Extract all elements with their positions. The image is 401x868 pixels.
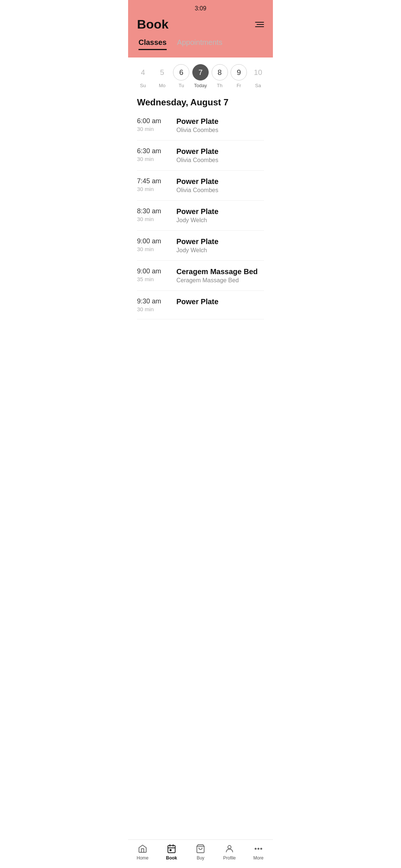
- day-number: 5: [154, 64, 170, 80]
- class-time: 9:00 am 30 min: [137, 237, 170, 252]
- calendar-day-4[interactable]: 4 Su: [134, 64, 152, 88]
- class-instructor: Olivia Coombes: [176, 127, 264, 134]
- class-time: 7:45 am 30 min: [137, 177, 170, 192]
- class-name: Power Plate: [176, 147, 264, 156]
- class-item[interactable]: 9:30 am 30 min Power Plate: [137, 291, 264, 319]
- date-heading: Wednesday, August 7: [128, 91, 273, 111]
- class-item[interactable]: 6:30 am 30 min Power Plate Olivia Coombe…: [137, 141, 264, 171]
- calendar-day-6[interactable]: 6 Tu: [172, 64, 190, 88]
- day-label: Tu: [179, 83, 184, 88]
- class-instructor: Ceragem Massage Bed: [176, 277, 264, 284]
- day-number: 7: [192, 64, 209, 80]
- class-instructor: Jody Welch: [176, 247, 264, 254]
- class-instructor: Olivia Coombes: [176, 157, 264, 164]
- header-row: Book: [137, 17, 264, 32]
- tab-appointments[interactable]: Appointments: [177, 38, 222, 50]
- class-instructor: Jody Welch: [176, 217, 264, 224]
- class-name: Power Plate: [176, 117, 264, 126]
- calendar-day-7[interactable]: 7 Today: [192, 64, 209, 88]
- header: 3:09 Book Classes Appointments: [128, 0, 273, 57]
- class-instructor: Olivia Coombes: [176, 187, 264, 194]
- status-bar: 3:09: [137, 0, 264, 15]
- class-name: Power Plate: [176, 297, 264, 306]
- page-title: Book: [137, 17, 169, 32]
- day-label: Today: [194, 83, 207, 88]
- class-name: Power Plate: [176, 237, 264, 246]
- class-info: Power Plate Olivia Coombes: [176, 177, 264, 194]
- calendar-day-5[interactable]: 5 Mo: [153, 64, 171, 88]
- calendar-day-10[interactable]: 10 Sa: [249, 64, 267, 88]
- time-value: 7:45 am: [137, 177, 161, 185]
- time-value: 6:30 am: [137, 147, 161, 155]
- calendar-strip: 4 Su 5 Mo 6 Tu 7 Today 8 Th 9 Fr 10 Sa: [128, 57, 273, 91]
- time-value: 6:00 am: [137, 117, 161, 125]
- class-item[interactable]: 6:00 am 30 min Power Plate Olivia Coombe…: [137, 111, 264, 141]
- day-label: Mo: [159, 83, 166, 88]
- day-label: Fr: [237, 83, 241, 88]
- day-number: 8: [212, 64, 228, 80]
- day-number: 10: [250, 64, 266, 80]
- day-label: Th: [217, 83, 222, 88]
- class-info: Power Plate Olivia Coombes: [176, 147, 264, 164]
- time-duration: 35 min: [137, 276, 154, 282]
- class-info: Power Plate Jody Welch: [176, 237, 264, 254]
- tab-classes[interactable]: Classes: [138, 38, 167, 50]
- class-item[interactable]: 7:45 am 30 min Power Plate Olivia Coombe…: [137, 171, 264, 201]
- class-item[interactable]: 8:30 am 30 min Power Plate Jody Welch: [137, 201, 264, 231]
- filter-line-2: [257, 24, 264, 25]
- time-value: 9:30 am: [137, 297, 161, 305]
- class-name: Power Plate: [176, 207, 264, 216]
- time-duration: 30 min: [137, 306, 154, 312]
- calendar-day-8[interactable]: 8 Th: [211, 64, 229, 88]
- status-time: 3:09: [195, 5, 206, 12]
- day-number: 6: [173, 64, 189, 80]
- tabs-container: Classes Appointments: [137, 38, 264, 50]
- time-duration: 30 min: [137, 186, 154, 192]
- filter-button[interactable]: [255, 22, 264, 27]
- time-duration: 30 min: [137, 246, 154, 252]
- class-time: 6:00 am 30 min: [137, 117, 170, 132]
- class-name: Power Plate: [176, 177, 264, 186]
- class-info: Power Plate Olivia Coombes: [176, 117, 264, 134]
- filter-line-1: [255, 22, 264, 23]
- class-info: Ceragem Massage Bed Ceragem Massage Bed: [176, 267, 264, 284]
- main-content: 4 Su 5 Mo 6 Tu 7 Today 8 Th 9 Fr 10 Sa W…: [128, 57, 273, 349]
- class-time: 6:30 am 30 min: [137, 147, 170, 162]
- class-info: Power Plate Jody Welch: [176, 207, 264, 224]
- class-info: Power Plate: [176, 297, 264, 306]
- day-label: Su: [140, 83, 146, 88]
- time-duration: 30 min: [137, 156, 154, 162]
- class-name: Ceragem Massage Bed: [176, 267, 264, 276]
- day-label: Sa: [255, 83, 261, 88]
- filter-line-3: [255, 26, 264, 27]
- class-time: 9:00 am 35 min: [137, 267, 170, 282]
- class-list: 6:00 am 30 min Power Plate Olivia Coombe…: [128, 111, 273, 319]
- day-number: 9: [231, 64, 247, 80]
- class-time: 8:30 am 30 min: [137, 207, 170, 222]
- class-item[interactable]: 9:00 am 35 min Ceragem Massage Bed Cerag…: [137, 261, 264, 291]
- time-value: 8:30 am: [137, 207, 161, 215]
- class-time: 9:30 am 30 min: [137, 297, 170, 312]
- time-value: 9:00 am: [137, 237, 161, 245]
- day-number: 4: [135, 64, 151, 80]
- class-item[interactable]: 9:00 am 30 min Power Plate Jody Welch: [137, 231, 264, 261]
- time-value: 9:00 am: [137, 267, 161, 275]
- time-duration: 30 min: [137, 216, 154, 222]
- calendar-day-9[interactable]: 9 Fr: [230, 64, 248, 88]
- time-duration: 30 min: [137, 126, 154, 132]
